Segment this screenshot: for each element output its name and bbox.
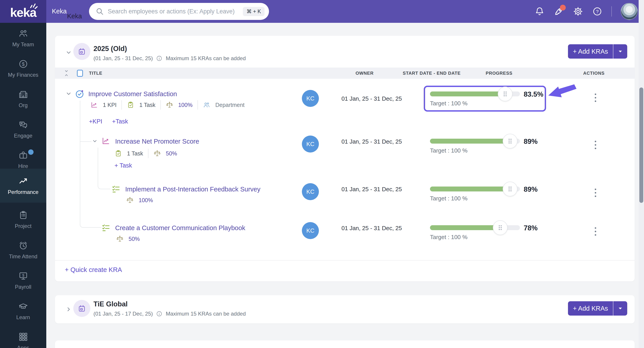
kpi-chart-icon bbox=[101, 136, 110, 145]
row-actions-kebab-icon[interactable] bbox=[592, 139, 599, 150]
chevron-right-icon[interactable] bbox=[65, 306, 72, 313]
table-header: TITLE OWNER START DATE - END DATE PROGRE… bbox=[55, 68, 634, 79]
sidebar-item-time-attend[interactable]: Time Attend bbox=[0, 235, 46, 265]
progress-bar bbox=[430, 139, 520, 144]
sidebar-label: Apps bbox=[17, 345, 29, 348]
sidebar-item-learn[interactable]: Learn bbox=[0, 296, 46, 326]
engage-icon bbox=[18, 120, 28, 130]
owner-initials: KC bbox=[306, 95, 314, 102]
search-shortcut-badge: ⌘ + K bbox=[243, 7, 264, 16]
kra-group-revi: REVI 2025 -26 (Old) + Add KRAs bbox=[55, 340, 634, 348]
add-kpi-link[interactable]: +KPI bbox=[89, 118, 102, 125]
logo-spark-icon bbox=[29, 3, 38, 10]
row-actions-kebab-icon[interactable] bbox=[592, 226, 599, 237]
sidebar-label: My Team bbox=[12, 42, 34, 48]
progress-fill bbox=[430, 225, 500, 230]
progress-drag-handle[interactable] bbox=[503, 134, 518, 148]
help-icon[interactable] bbox=[592, 6, 602, 16]
hire-icon bbox=[18, 150, 28, 160]
progress-highlight-box bbox=[424, 86, 546, 112]
weight-scale-icon bbox=[126, 196, 134, 204]
tree-connector bbox=[98, 148, 110, 189]
section-title: TiE Global bbox=[94, 300, 128, 308]
owner-initials: KC bbox=[306, 227, 314, 234]
settings-gear-icon[interactable] bbox=[573, 6, 583, 16]
sidebar-item-my-team[interactable]: My Team bbox=[0, 23, 46, 53]
sidebar-item-apps[interactable]: Apps bbox=[0, 326, 46, 348]
scrollbar-track bbox=[639, 0, 644, 348]
section-date-range: (01 Jan, 25 - 17 Dec, 25) bbox=[94, 311, 153, 317]
sidebar-label: Org bbox=[18, 102, 28, 108]
row-chevron-down-icon[interactable] bbox=[92, 138, 98, 144]
kpi-title-link[interactable]: Increase Net Promoter Score bbox=[115, 138, 199, 145]
row-chevron-down-icon[interactable] bbox=[65, 90, 72, 98]
collapse-all-icon[interactable] bbox=[63, 69, 70, 77]
kra-group-tie-global: TiE Global (01 Jan, 25 - 17 Dec, 25) Max… bbox=[55, 295, 634, 324]
sidebar-label: Performance bbox=[8, 189, 38, 195]
sidebar-item-org[interactable]: Org bbox=[0, 84, 46, 114]
sidebar-label: Time Attend bbox=[9, 254, 37, 260]
quick-create-kra-link[interactable]: + Quick create KRA bbox=[65, 266, 122, 274]
scrollbar-thumb[interactable] bbox=[639, 87, 644, 203]
col-actions: ACTIONS bbox=[583, 71, 605, 76]
weight-scale-icon bbox=[116, 235, 124, 243]
sidebar-item-payroll[interactable]: Payroll bbox=[0, 265, 46, 296]
add-kras-dropdown[interactable] bbox=[613, 301, 627, 316]
add-kras-label[interactable]: + Add KRAs bbox=[568, 301, 613, 316]
calendar-badge bbox=[73, 43, 90, 60]
add-task-link[interactable]: + Task bbox=[114, 162, 132, 169]
sidebar-item-engage[interactable]: Engage bbox=[0, 114, 46, 144]
sidebar-label: My Finances bbox=[8, 72, 38, 78]
progress-target: Target : 100 % bbox=[430, 100, 468, 107]
row-actions-kebab-icon[interactable] bbox=[592, 92, 599, 103]
global-search[interactable]: ⌘ + K bbox=[89, 3, 269, 20]
progress-percent: 89% bbox=[524, 186, 538, 194]
weight-scale-icon bbox=[166, 101, 173, 109]
add-kras-label[interactable]: + Add KRAs bbox=[568, 44, 613, 58]
task-title-link[interactable]: Create a Customer Communication Playbook bbox=[115, 224, 245, 232]
section-title: 2025 (Old) bbox=[94, 45, 127, 53]
kra-title-link[interactable]: Improve Customer Satisfaction bbox=[88, 90, 177, 98]
progress-fill bbox=[430, 92, 505, 96]
owner-initials: KC bbox=[306, 188, 314, 195]
select-all-checkbox[interactable] bbox=[77, 70, 83, 77]
notifications-bell-icon[interactable] bbox=[534, 6, 545, 16]
breadcrumb-shadow: Keka bbox=[67, 12, 82, 20]
date-range: 01 Jan, 25 - 31 Dec, 25 bbox=[342, 186, 402, 193]
section-note: Maximum 15 KRAs can be added bbox=[166, 311, 246, 317]
col-owner: OWNER bbox=[356, 71, 374, 76]
user-avatar[interactable] bbox=[621, 3, 638, 20]
task-checklist-icon bbox=[111, 184, 121, 194]
owner-initials: KC bbox=[306, 141, 314, 148]
progress-drag-handle[interactable] bbox=[503, 182, 518, 196]
add-kras-button[interactable]: + Add KRAs bbox=[568, 44, 627, 58]
col-title: TITLE bbox=[89, 71, 102, 76]
breadcrumb: Keka bbox=[52, 8, 67, 15]
sidebar-item-performance[interactable]: Performance bbox=[0, 169, 46, 203]
add-kras-dropdown[interactable] bbox=[613, 44, 627, 58]
sidebar-item-my-finances[interactable]: My Finances bbox=[0, 53, 46, 84]
task-count: 1 Task bbox=[127, 150, 143, 157]
col-dates: START DATE - END DATE bbox=[403, 71, 461, 76]
progress-drag-handle[interactable] bbox=[498, 86, 512, 101]
progress-drag-handle[interactable] bbox=[493, 220, 508, 235]
sidebar-item-project[interactable]: Project bbox=[0, 204, 46, 235]
progress-fill bbox=[430, 139, 510, 144]
col-progress: PROGRESS bbox=[486, 71, 512, 76]
kpi-count: 1 KPI bbox=[103, 102, 116, 108]
learn-icon bbox=[18, 301, 28, 312]
chevron-down-icon[interactable] bbox=[65, 49, 72, 56]
add-kras-button[interactable]: + Add KRAs bbox=[568, 301, 627, 316]
payroll-icon bbox=[18, 271, 28, 281]
rocket-icon[interactable] bbox=[554, 6, 564, 16]
kra-group-2025-old: 2025 (Old) (01 Jan, 25 - 31 Dec, 25) Max… bbox=[55, 36, 634, 281]
finances-icon bbox=[18, 59, 28, 69]
task-title-link[interactable]: Implement a Post-Interaction Feedback Su… bbox=[125, 186, 260, 193]
sidebar-label: Payroll bbox=[15, 284, 31, 290]
drag-dots-icon bbox=[505, 136, 515, 146]
row-actions-kebab-icon[interactable] bbox=[592, 187, 599, 198]
keka-logo[interactable]: keka bbox=[0, 0, 46, 23]
org-icon bbox=[18, 89, 28, 100]
search-input[interactable] bbox=[108, 8, 243, 15]
add-task-link[interactable]: +Task bbox=[112, 118, 128, 125]
